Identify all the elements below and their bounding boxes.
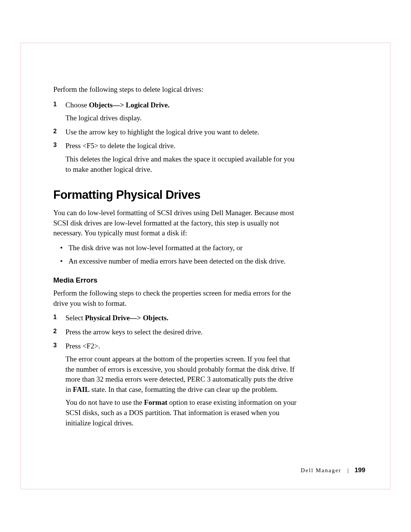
delete-steps-list: 1 Choose Objects—> Logical Drive. The lo…: [53, 100, 297, 175]
step-text: Use the arrow key to highlight the logic…: [65, 127, 297, 137]
text-run: state. In that case, formatting the driv…: [90, 385, 278, 393]
list-item: 2 Press the arrow keys to select the des…: [65, 327, 297, 337]
list-item: 3 Press <F2>. The error count appears at…: [65, 341, 297, 428]
list-item: 2 Use the arrow key to highlight the log…: [65, 127, 297, 137]
step-number: 2: [53, 328, 57, 335]
step-number: 1: [53, 314, 57, 321]
step-text: Press the arrow keys to select the desir…: [65, 327, 297, 337]
format-conditions-list: • The disk drive was not low-level forma…: [53, 243, 297, 266]
footer-page-number: 199: [355, 466, 365, 474]
bold-run: Format: [144, 398, 167, 406]
step-number: 3: [53, 142, 57, 149]
footer-section: Dell Manager: [301, 467, 341, 473]
step-number: 2: [53, 128, 57, 135]
page-content: Perform the following steps to delete lo…: [53, 85, 297, 432]
step-subtext: This deletes the logical drive and makes…: [65, 154, 297, 174]
footer-separator: |: [347, 467, 349, 473]
heading-formatting-drives: Formatting Physical Drives: [53, 188, 297, 202]
bold-run: Objects—> Logical Drive.: [89, 101, 170, 109]
media-error-steps-list: 1 Select Physical Drive—> Objects. 2 Pre…: [53, 313, 297, 428]
step-subtext: The logical drives display.: [65, 113, 297, 123]
text-run: Choose: [65, 101, 89, 109]
bold-run: Physical Drive—> Objects.: [85, 314, 168, 322]
step-number: 1: [53, 101, 57, 108]
bullet-text: The disk drive was not low-level formatt…: [68, 244, 242, 252]
list-item: 1 Choose Objects—> Logical Drive. The lo…: [65, 100, 297, 123]
body-paragraph: Perform the following steps to check the…: [53, 288, 297, 308]
list-item: 3 Press <F5> to delete the logical drive…: [65, 141, 297, 174]
list-item: • The disk drive was not low-level forma…: [68, 243, 297, 253]
text-run: Select: [65, 314, 85, 322]
bullet-icon: •: [60, 256, 63, 267]
intro-paragraph: Perform the following steps to delete lo…: [53, 85, 297, 95]
step-subtext: You do not have to use the Format option…: [65, 398, 297, 428]
bullet-text: An excessive number of media errors have…: [68, 257, 285, 265]
bullet-icon: •: [60, 243, 63, 253]
list-item: • An excessive number of media errors ha…: [68, 256, 297, 267]
step-text: Press <F5> to delete the logical drive.: [65, 141, 297, 151]
step-text: Choose Objects—> Logical Drive.: [65, 100, 297, 110]
step-number: 3: [53, 342, 57, 349]
page-footer: Dell Manager | 199: [301, 466, 365, 474]
bold-run: FAIL: [73, 385, 90, 393]
text-run: You do not have to use the: [65, 398, 144, 406]
step-text: Press <F2>.: [65, 341, 297, 351]
step-text: Select Physical Drive—> Objects.: [65, 313, 297, 323]
list-item: 1 Select Physical Drive—> Objects.: [65, 313, 297, 323]
step-subtext: The error count appears at the bottom of…: [65, 354, 297, 395]
body-paragraph: You can do low-level formatting of SCSI …: [53, 208, 297, 238]
heading-media-errors: Media Errors: [53, 276, 297, 284]
